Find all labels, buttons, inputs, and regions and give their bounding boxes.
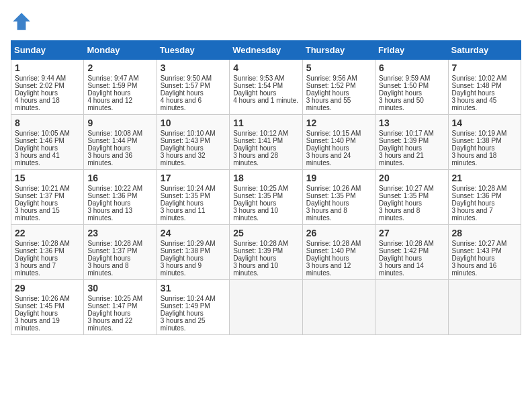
day-info: Sunrise: 10:29 AMSunset: 1:38 PMDaylight… [161, 240, 216, 277]
calendar-cell: 21Sunrise: 10:28 AMSunset: 1:36 PMDaylig… [448, 170, 521, 225]
day-number: 22 [15, 228, 80, 238]
day-number: 2 [87, 62, 152, 73]
calendar-header-row: SundayMondayTuesdayWednesdayThursdayFrid… [11, 41, 521, 60]
calendar-week-row: 15Sunrise: 10:21 AMSunset: 1:37 PMDaylig… [11, 170, 521, 225]
calendar-cell: 29Sunrise: 10:26 AMSunset: 1:45 PMDaylig… [11, 280, 84, 335]
day-number: 18 [233, 173, 298, 183]
calendar-cell: 28Sunrise: 10:27 AMSunset: 1:43 PMDaylig… [448, 225, 521, 280]
day-number: 6 [379, 62, 444, 73]
column-header-wednesday: Wednesday [230, 41, 302, 60]
day-info: Sunrise: 10:28 AMSunset: 1:36 PMDaylight… [452, 185, 507, 222]
day-info: Sunrise: 10:02 AMSunset: 1:48 PMDaylight… [452, 75, 507, 111]
day-number: 15 [15, 173, 80, 183]
calendar-week-row: 29Sunrise: 10:26 AMSunset: 1:45 PMDaylig… [11, 280, 521, 335]
day-info: Sunrise: 10:25 AMSunset: 1:35 PMDaylight… [233, 185, 288, 222]
calendar-cell: 31Sunrise: 10:24 AMSunset: 1:49 PMDaylig… [157, 280, 229, 335]
calendar-cell [448, 280, 521, 335]
column-header-saturday: Saturday [448, 41, 521, 60]
day-info: Sunrise: 9:59 AMSunset: 1:50 PMDaylight … [379, 75, 430, 111]
day-info: Sunrise: 10:22 AMSunset: 1:36 PMDaylight… [87, 185, 142, 222]
day-number: 25 [233, 228, 298, 238]
day-number: 21 [452, 173, 517, 183]
calendar-cell: 4Sunrise: 9:53 AMSunset: 1:54 PMDaylight… [230, 60, 302, 115]
day-number: 16 [87, 173, 152, 183]
day-info: Sunrise: 10:05 AMSunset: 1:46 PMDaylight… [15, 130, 70, 167]
calendar-cell: 19Sunrise: 10:26 AMSunset: 1:35 PMDaylig… [302, 170, 375, 225]
calendar-cell: 20Sunrise: 10:27 AMSunset: 1:35 PMDaylig… [375, 170, 448, 225]
calendar-cell: 8Sunrise: 10:05 AMSunset: 1:46 PMDayligh… [11, 115, 84, 170]
day-number: 4 [233, 62, 298, 73]
calendar-cell: 23Sunrise: 10:28 AMSunset: 1:37 PMDaylig… [84, 225, 157, 280]
calendar-cell: 6Sunrise: 9:59 AMSunset: 1:50 PMDaylight… [375, 60, 448, 115]
day-number: 11 [233, 118, 298, 128]
calendar-cell [375, 280, 448, 335]
column-header-thursday: Thursday [302, 41, 375, 60]
day-info: Sunrise: 10:25 AMSunset: 1:47 PMDaylight… [87, 295, 142, 332]
calendar-cell: 1Sunrise: 9:44 AMSunset: 2:02 PMDaylight… [11, 60, 84, 115]
day-number: 28 [452, 228, 517, 238]
column-header-monday: Monday [84, 41, 157, 60]
calendar-table: SundayMondayTuesdayWednesdayThursdayFrid… [11, 40, 521, 335]
calendar-cell: 24Sunrise: 10:29 AMSunset: 1:38 PMDaylig… [157, 225, 229, 280]
day-number: 29 [15, 283, 80, 293]
day-number: 3 [161, 62, 226, 73]
day-info: Sunrise: 10:21 AMSunset: 1:37 PMDaylight… [15, 185, 70, 222]
day-info: Sunrise: 10:28 AMSunset: 1:37 PMDaylight… [87, 240, 142, 277]
calendar-cell: 12Sunrise: 10:15 AMSunset: 1:40 PMDaylig… [302, 115, 375, 170]
day-info: Sunrise: 10:19 AMSunset: 1:38 PMDaylight… [452, 130, 507, 167]
day-info: Sunrise: 9:56 AMSunset: 1:52 PMDaylight … [306, 75, 357, 111]
calendar-cell: 27Sunrise: 10:28 AMSunset: 1:42 PMDaylig… [375, 225, 448, 280]
calendar-cell: 18Sunrise: 10:25 AMSunset: 1:35 PMDaylig… [230, 170, 302, 225]
day-number: 10 [161, 118, 226, 128]
day-info: Sunrise: 10:12 AMSunset: 1:41 PMDaylight… [233, 130, 288, 167]
page-header [11, 11, 521, 32]
day-info: Sunrise: 9:44 AMSunset: 2:02 PMDaylight … [15, 75, 66, 111]
day-info: Sunrise: 10:24 AMSunset: 1:35 PMDaylight… [161, 185, 216, 222]
column-header-tuesday: Tuesday [157, 41, 229, 60]
day-info: Sunrise: 10:27 AMSunset: 1:43 PMDaylight… [452, 240, 507, 277]
calendar-cell: 30Sunrise: 10:25 AMSunset: 1:47 PMDaylig… [84, 280, 157, 335]
day-number: 26 [306, 228, 371, 238]
calendar-cell: 3Sunrise: 9:50 AMSunset: 1:57 PMDaylight… [157, 60, 229, 115]
calendar-cell: 5Sunrise: 9:56 AMSunset: 1:52 PMDaylight… [302, 60, 375, 115]
day-info: Sunrise: 10:28 AMSunset: 1:39 PMDaylight… [233, 240, 288, 277]
day-info: Sunrise: 9:53 AMSunset: 1:54 PMDaylight … [233, 75, 298, 104]
day-info: Sunrise: 10:26 AMSunset: 1:35 PMDaylight… [306, 185, 361, 222]
calendar-cell: 14Sunrise: 10:19 AMSunset: 1:38 PMDaylig… [448, 115, 521, 170]
day-number: 17 [161, 173, 226, 183]
day-number: 7 [452, 62, 517, 73]
day-info: Sunrise: 10:28 AMSunset: 1:42 PMDaylight… [379, 240, 434, 277]
column-header-sunday: Sunday [11, 41, 84, 60]
day-number: 19 [306, 173, 371, 183]
day-number: 9 [87, 118, 152, 128]
day-info: Sunrise: 10:28 AMSunset: 1:36 PMDaylight… [15, 240, 70, 277]
day-info: Sunrise: 10:28 AMSunset: 1:40 PMDaylight… [306, 240, 361, 277]
calendar-cell: 13Sunrise: 10:17 AMSunset: 1:39 PMDaylig… [375, 115, 448, 170]
calendar-cell: 9Sunrise: 10:08 AMSunset: 1:44 PMDayligh… [84, 115, 157, 170]
svg-marker-1 [13, 13, 30, 30]
day-info: Sunrise: 10:24 AMSunset: 1:49 PMDaylight… [161, 295, 216, 332]
calendar-week-row: 8Sunrise: 10:05 AMSunset: 1:46 PMDayligh… [11, 115, 521, 170]
day-number: 5 [306, 62, 371, 73]
day-info: Sunrise: 9:50 AMSunset: 1:57 PMDaylight … [161, 75, 212, 111]
day-number: 30 [87, 283, 152, 293]
logo-icon [11, 11, 32, 32]
calendar-cell: 15Sunrise: 10:21 AMSunset: 1:37 PMDaylig… [11, 170, 84, 225]
day-number: 24 [161, 228, 226, 238]
day-number: 8 [15, 118, 80, 128]
day-number: 27 [379, 228, 444, 238]
day-info: Sunrise: 10:10 AMSunset: 1:43 PMDaylight… [161, 130, 216, 167]
day-info: Sunrise: 10:26 AMSunset: 1:45 PMDaylight… [15, 295, 70, 332]
calendar-cell: 7Sunrise: 10:02 AMSunset: 1:48 PMDayligh… [448, 60, 521, 115]
day-number: 31 [161, 283, 226, 293]
column-header-friday: Friday [375, 41, 448, 60]
calendar-cell: 10Sunrise: 10:10 AMSunset: 1:43 PMDaylig… [157, 115, 229, 170]
logo [11, 11, 35, 32]
day-info: Sunrise: 9:47 AMSunset: 1:59 PMDaylight … [87, 75, 138, 111]
day-number: 1 [15, 62, 80, 73]
calendar-week-row: 1Sunrise: 9:44 AMSunset: 2:02 PMDaylight… [11, 60, 521, 115]
day-number: 23 [87, 228, 152, 238]
calendar-cell: 22Sunrise: 10:28 AMSunset: 1:36 PMDaylig… [11, 225, 84, 280]
calendar-week-row: 22Sunrise: 10:28 AMSunset: 1:36 PMDaylig… [11, 225, 521, 280]
calendar-cell: 16Sunrise: 10:22 AMSunset: 1:36 PMDaylig… [84, 170, 157, 225]
